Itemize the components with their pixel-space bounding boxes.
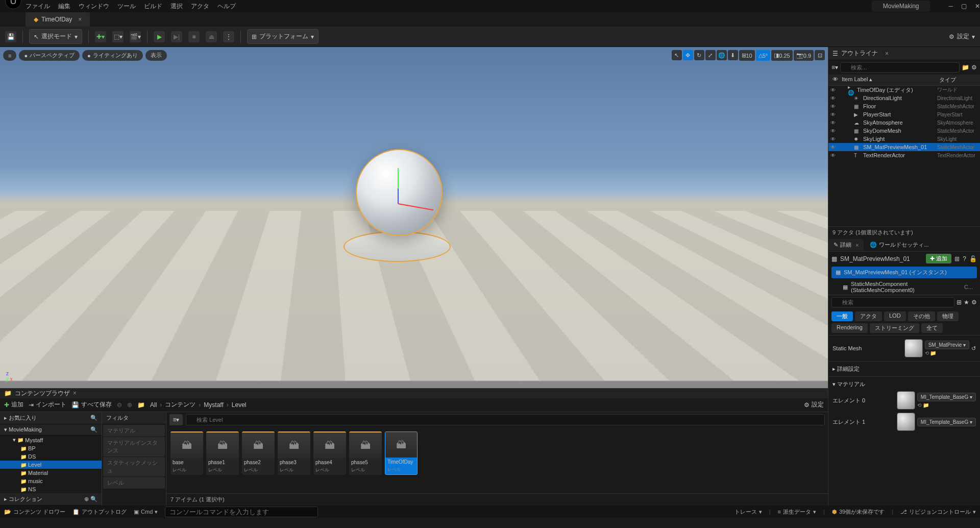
crumb-content[interactable]: コンテンツ — [165, 400, 195, 409]
category-pill[interactable]: ストリーミング — [870, 323, 919, 333]
cinematics-button[interactable]: 🎬▾ — [130, 31, 141, 42]
menu-file[interactable]: ファイル — [26, 2, 50, 11]
folder-tree-item[interactable]: 📁BP — [0, 444, 102, 452]
viewport-menu-button[interactable]: ≡ — [3, 50, 16, 61]
perspective-dropdown[interactable]: ● パースペクティブ — [19, 50, 80, 61]
unsaved-indicator[interactable]: ⬢39個が未保存です — [832, 508, 885, 516]
cb-saveall-button[interactable]: 💾すべて保存 — [71, 400, 112, 409]
menu-actor[interactable]: アクタ — [191, 2, 209, 11]
settings-dropdown[interactable]: ⚙ 設定 ▾ — [949, 32, 975, 41]
scale-snap[interactable]: ◨ 0.25 — [771, 50, 792, 61]
marketplace-button[interactable]: ⬚▾ — [112, 31, 124, 42]
filter-item[interactable]: スタティックメッシュ — [103, 457, 165, 476]
search-icon[interactable]: 🔍 — [90, 426, 97, 433]
reset-icon[interactable]: ↺ — [971, 345, 976, 352]
outliner-row[interactable]: 👁✸SkyLightSkyLight — [828, 135, 980, 143]
crumb-mystaff[interactable]: Mystaff — [204, 401, 223, 409]
folder-tree-item[interactable]: 📁music — [0, 477, 102, 485]
favorites-section[interactable]: ▸ お気に入り🔍 — [0, 412, 102, 424]
material-section[interactable]: ▾ マテリアル — [832, 379, 976, 390]
cmd-dropdown[interactable]: ▣Cmd ▾ — [134, 509, 158, 515]
staticmesh-dropdown[interactable]: SM_MatPrevie ▾ — [925, 341, 969, 349]
ue-logo[interactable]: U — [5, 0, 21, 9]
asset-tile[interactable]: 🏔baseレベル — [170, 431, 203, 475]
settings-icon[interactable]: ⚙ — [971, 64, 977, 71]
outliner-row[interactable]: 👁TTextRenderActorTextRenderActor — [828, 151, 980, 159]
project-section[interactable]: ▾ MovieMaking🔍 — [0, 424, 102, 436]
element1-dropdown[interactable]: MI_Template_BaseG ▾ — [917, 418, 976, 426]
world-local-toggle[interactable]: 🌐 — [717, 50, 727, 60]
staticmesh-thumb[interactable] — [904, 339, 923, 357]
scale-tool[interactable]: ⤢ — [705, 50, 716, 60]
minimize-button[interactable]: ─ — [948, 3, 953, 10]
play-button[interactable]: ▶ — [154, 31, 165, 42]
asset-tile[interactable]: 🏔TimeOfDayレベル — [385, 431, 418, 475]
component-instance[interactable]: ▦SM_MatPreviewMesh_01 (インスタンス) — [831, 267, 977, 278]
favorite-icon[interactable]: ★ — [964, 299, 969, 306]
derived-data-button[interactable]: ≡派生データ ▾ — [778, 508, 816, 516]
play-options-button[interactable]: ⋮ — [223, 31, 234, 42]
add-component-button[interactable]: ✚ 追加 — [926, 254, 951, 263]
element0-thumb[interactable] — [897, 391, 915, 410]
history-back[interactable]: ⊖ — [117, 401, 122, 409]
menu-window[interactable]: ウィンドウ — [79, 2, 109, 11]
gear-icon[interactable]: ⚙ — [971, 299, 977, 306]
filter-icon[interactable]: ≡▾ — [831, 64, 838, 71]
outliner-row[interactable]: 👁▦SM_MatPreviewMesh_01StaticMeshActor — [828, 143, 980, 151]
folder-tree-item[interactable]: 📁DS — [0, 452, 102, 461]
filter-item[interactable]: マテリアル — [103, 425, 165, 437]
folder-tree-item[interactable]: ▾📁Mystaff — [0, 436, 102, 444]
label-column[interactable]: Item Label ▴ — [842, 76, 939, 84]
asset-tile[interactable]: 🏔phase3レベル — [278, 431, 310, 475]
surface-snap[interactable]: ⬇ — [728, 50, 738, 60]
menu-select[interactable]: 選択 — [170, 2, 183, 11]
menu-help[interactable]: ヘルプ — [217, 2, 236, 11]
category-pill[interactable]: 一般 — [831, 311, 853, 321]
close-button[interactable]: ✕ — [975, 3, 980, 10]
element0-dropdown[interactable]: MI_Template_BaseG ▾ — [917, 393, 976, 401]
grid-view-icon[interactable]: ⊞ — [957, 299, 962, 306]
crumb-level[interactable]: Level — [232, 401, 247, 409]
cb-import-button[interactable]: ⇥インポート — [29, 400, 66, 409]
camera-speed[interactable]: 📷 0.9 — [794, 50, 814, 61]
show-dropdown[interactable]: 表示 — [145, 50, 167, 61]
history-fwd[interactable]: ⊕ — [127, 401, 132, 409]
component-tree-icon[interactable]: ⊞ — [954, 255, 960, 262]
asset-tile[interactable]: 🏔phase1レベル — [206, 431, 239, 475]
outliner-row[interactable]: 👁☁SkyAtmosphereSkyAtmosphere — [828, 118, 980, 127]
category-pill[interactable]: Rendering — [831, 323, 868, 333]
crumb-all[interactable]: All — [150, 401, 157, 409]
component-staticmesh[interactable]: ▦StaticMeshComponent (StaticMeshComponen… — [831, 279, 977, 295]
asset-tile[interactable]: 🏔phase2レベル — [242, 431, 275, 475]
add-collection-icon[interactable]: ⊕ — [84, 496, 89, 502]
folder-tree-item[interactable]: 📁Material — [0, 469, 102, 477]
category-pill[interactable]: 物理 — [937, 311, 959, 321]
lock-icon[interactable]: 🔓 — [969, 255, 977, 262]
filter-item[interactable]: マテリアルインスタンス — [103, 437, 165, 457]
visibility-column-icon[interactable]: 👁 — [832, 76, 842, 84]
filter-button[interactable]: ≡▾ — [169, 414, 183, 425]
category-pill[interactable]: アクタ — [855, 311, 882, 321]
type-column[interactable]: タイプ — [939, 76, 976, 84]
filter-item[interactable]: レベル — [103, 477, 165, 489]
outliner-close-icon[interactable]: × — [885, 50, 889, 57]
stop-button[interactable]: ■ — [188, 31, 200, 42]
outliner-search-input[interactable] — [840, 62, 960, 73]
search-icon[interactable]: 🔍 — [90, 415, 97, 421]
angle-snap[interactable]: △ 5° — [756, 50, 771, 61]
level-viewport[interactable]: ≡ ● パースペクティブ ● ライティングあり 表示 ↖ ✥ ↻ ⤢ 🌐 ⬇ ⊞… — [0, 47, 828, 388]
asset-search-input[interactable] — [186, 414, 825, 425]
move-tool[interactable]: ✥ — [683, 50, 693, 60]
rotate-tool[interactable]: ↻ — [694, 50, 704, 60]
outliner-row[interactable]: 👁▦SkyDomeMeshStaticMeshActor — [828, 127, 980, 135]
collection-section[interactable]: ▸ コレクション⊕ 🔍 — [0, 493, 102, 506]
mode-dropdown[interactable]: ↖ 選択モード ▾ — [29, 29, 82, 44]
category-pill[interactable]: その他 — [908, 311, 935, 321]
level-tab[interactable]: ◆ TimeOfDay × — [26, 12, 90, 27]
trace-button[interactable]: トレース ▾ — [734, 508, 762, 516]
lighting-dropdown[interactable]: ● ライティングあり — [82, 50, 143, 61]
menu-build[interactable]: ビルド — [144, 2, 162, 11]
viewport-maximize[interactable]: ⊡ — [815, 50, 825, 60]
search-icon[interactable]: 🔍 — [90, 496, 97, 502]
select-tool[interactable]: ↖ — [672, 50, 682, 60]
